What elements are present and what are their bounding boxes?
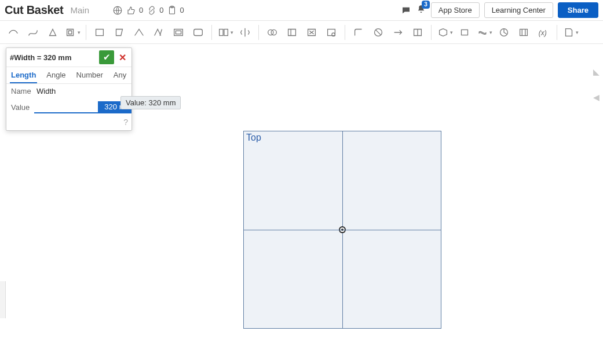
bool4-tool[interactable]	[323, 24, 340, 41]
document-title: Cut Basket	[5, 3, 63, 17]
header-right: 3 App Store Learning Center Share	[401, 2, 598, 18]
variable-expression: #Width = 320 mm	[10, 53, 97, 62]
offset-tool[interactable]: ▾	[64, 24, 81, 41]
point-tool[interactable]	[130, 24, 148, 41]
variable-dialog: #Width = 320 mm ✔ ✕ Length Angle Number …	[6, 47, 132, 131]
learning-center-button[interactable]: Learning Center	[484, 2, 553, 18]
spline-tool[interactable]	[24, 24, 42, 41]
collapse-panel-icon[interactable]: ◣	[593, 67, 600, 76]
text-tool[interactable]	[150, 24, 167, 41]
sweep-tool[interactable]: ▾	[476, 24, 493, 41]
origin-marker	[339, 226, 346, 233]
bool2-tool[interactable]	[283, 24, 301, 41]
thumbs-up-icon	[126, 5, 137, 16]
trim-tool[interactable]	[370, 24, 387, 41]
bool3-tool[interactable]	[303, 24, 320, 41]
revolve-tool[interactable]	[495, 24, 513, 41]
variable-value-input[interactable]	[34, 101, 131, 113]
conic-tool[interactable]	[44, 24, 61, 41]
loft-tool[interactable]	[515, 24, 532, 41]
plane-tool[interactable]: ▾	[436, 24, 454, 41]
tab-any[interactable]: Any	[112, 67, 127, 83]
svg-rect-14	[462, 30, 468, 35]
app-header: Cut Basket Main 0 0 0 3 App Sto	[0, 0, 603, 21]
mirror-tool[interactable]	[236, 24, 254, 41]
svg-rect-3	[96, 29, 104, 35]
fx-tool[interactable]: (x)	[535, 24, 552, 41]
tab-angle[interactable]: Angle	[45, 67, 67, 83]
confirm-button[interactable]: ✔	[99, 50, 114, 64]
view-label: Top	[246, 133, 261, 143]
clipboard-count: 0	[180, 6, 184, 14]
svg-rect-11	[328, 29, 335, 35]
variable-type-tabs: Length Angle Number Any	[6, 67, 131, 84]
extend-tool[interactable]	[389, 24, 407, 41]
polygon-tool[interactable]	[111, 24, 128, 41]
expand-panel-icon[interactable]: ◀	[593, 93, 600, 102]
svg-rect-6	[194, 29, 203, 35]
feature-toolbar: ▾ ▾ ▾ ▾ (x) ▾	[0, 21, 603, 44]
svg-text:(x): (x)	[539, 28, 547, 36]
value-label: Value	[11, 103, 30, 112]
bool1-tool[interactable]	[264, 24, 281, 41]
svg-rect-5	[176, 31, 181, 34]
links-stat[interactable]: 0	[147, 5, 163, 16]
slot-tool[interactable]	[170, 24, 187, 41]
pattern-tool[interactable]: ▾	[217, 24, 234, 41]
notification-badge: 3	[422, 1, 430, 9]
comment-icon[interactable]	[401, 5, 411, 16]
svg-rect-8	[224, 29, 228, 35]
app-store-button[interactable]: App Store	[431, 2, 480, 18]
notifications-button[interactable]: 3	[416, 4, 426, 16]
box-tool[interactable]	[456, 24, 473, 41]
tab-length[interactable]: Length	[10, 67, 37, 83]
split-tool[interactable]	[409, 24, 426, 41]
rect-tool[interactable]	[91, 24, 108, 41]
links-count: 0	[159, 6, 163, 14]
sheet-tool[interactable]: ▾	[562, 24, 579, 41]
clipboard-stat[interactable]: 0	[167, 5, 184, 16]
fillet-tool[interactable]	[350, 24, 367, 41]
cancel-button[interactable]: ✕	[116, 50, 128, 64]
name-label: Name	[11, 87, 32, 95]
thumbs-stat[interactable]: 0	[126, 5, 143, 16]
share-button[interactable]: Share	[558, 2, 598, 18]
svg-point-10	[271, 30, 276, 35]
thumbs-count: 0	[139, 6, 143, 14]
tab-number[interactable]: Number	[75, 67, 104, 83]
branch-name[interactable]: Main	[70, 5, 89, 15]
svg-rect-7	[220, 29, 223, 35]
ellipse-tool[interactable]	[189, 24, 207, 41]
globe-icon[interactable]	[112, 5, 123, 16]
svg-rect-16	[520, 29, 528, 35]
view-cube-top[interactable]: Top	[243, 131, 441, 329]
line-tool[interactable]	[5, 24, 22, 41]
variable-name-value[interactable]: Width	[36, 87, 127, 95]
clipboard-icon	[167, 5, 177, 16]
help-icon[interactable]: ?	[123, 117, 128, 127]
left-rail-handle[interactable]	[0, 281, 6, 318]
value-tooltip: Value: 320 mm	[120, 96, 181, 109]
link-icon	[147, 5, 157, 16]
